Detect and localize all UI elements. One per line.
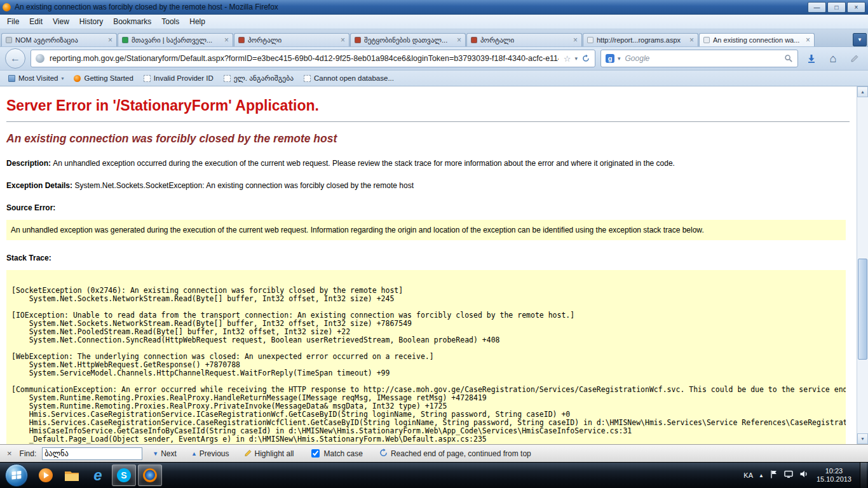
taskbar-skype[interactable]: S — [112, 464, 136, 486]
tab-bar: NOM ავტორიზაცია × მთავარი | საქართველ...… — [0, 29, 868, 46]
taskbar-internet-explorer[interactable]: e — [86, 464, 110, 486]
start-button[interactable] — [5, 464, 28, 487]
tab-mtavari[interactable]: მთავარი | საქართველ... × — [118, 33, 233, 46]
menu-bookmarks[interactable]: Bookmarks — [109, 16, 156, 27]
home-icon[interactable]: ⌂ — [825, 50, 841, 67]
taskbar-firefox[interactable] — [138, 464, 162, 486]
bookmark-cannot-open-database[interactable]: Cannot open database... — [299, 73, 398, 83]
media-player-icon — [39, 468, 53, 482]
firefox-taskbar-icon — [143, 468, 157, 482]
desktop-screen: An existing connection was forcibly clos… — [0, 0, 868, 488]
source-error-label: Source Error: — [6, 203, 55, 212]
url-bar[interactable]: ☆ ▾ — [31, 50, 595, 67]
stack-trace-box: [SocketException (0x2746): An existing c… — [6, 270, 846, 444]
menu-view[interactable]: View — [48, 16, 74, 27]
tab-close-icon[interactable]: × — [573, 37, 578, 43]
clock-time: 10:23 — [825, 467, 843, 475]
page-icon — [144, 75, 151, 82]
site-globe-icon — [36, 54, 44, 63]
tab-error-page-active[interactable]: An existing connection wa... × — [699, 33, 815, 46]
tab-close-icon[interactable]: × — [689, 37, 694, 43]
search-input[interactable] — [624, 53, 781, 64]
exception-details-label: Exception Details: — [6, 181, 72, 190]
google-engine-icon[interactable]: g — [606, 54, 614, 63]
tab-close-icon[interactable]: × — [806, 37, 810, 43]
tab-close-icon[interactable]: × — [108, 37, 112, 43]
bookmark-invalid-provider-id[interactable]: Invalid Provider ID — [139, 73, 218, 83]
downloads-icon[interactable] — [803, 50, 820, 67]
maximize-button[interactable]: □ — [827, 2, 846, 13]
tray-expand-icon[interactable]: ▲ — [759, 473, 764, 478]
scroll-up-icon[interactable]: ▴ — [857, 86, 868, 97]
vertical-scrollbar[interactable]: ▴ ▾ — [857, 86, 868, 444]
highlight-all-label: Highlight all — [255, 449, 294, 458]
system-tray: KA ▲ 10:23 15.10.2013 — [743, 467, 854, 484]
search-box[interactable]: g ▾ — [600, 50, 798, 67]
search-engine-dropdown-icon[interactable]: ▾ — [618, 55, 621, 62]
highlight-all-button[interactable]: Highlight all — [240, 447, 299, 460]
tab-close-icon[interactable]: × — [341, 37, 345, 43]
tab-favicon — [471, 37, 477, 43]
taskbar-explorer[interactable] — [60, 464, 84, 486]
tab-favicon — [238, 37, 245, 43]
addon-toolbar-icon[interactable] — [846, 50, 863, 67]
page-icon — [304, 75, 311, 82]
tab-favicon — [355, 37, 361, 43]
show-desktop-button[interactable] — [860, 463, 867, 488]
windows-flag-icon — [11, 471, 22, 480]
highlighter-icon — [244, 449, 252, 459]
bookmark-most-visited[interactable]: Most Visited ▾ — [4, 73, 68, 83]
menu-tools[interactable]: Tools — [157, 16, 184, 27]
taskbar-clock[interactable]: 10:23 15.10.2013 — [817, 467, 851, 484]
tab-shetyobinebis[interactable]: შეტყობინების დათვალ... × — [350, 33, 466, 46]
bookmark-label: Getting Started — [84, 74, 133, 82]
match-case-checkbox[interactable] — [311, 449, 320, 458]
close-button[interactable]: × — [847, 2, 865, 13]
menu-help[interactable]: Help — [185, 16, 210, 27]
tab-portali-1[interactable]: პორტალი × — [234, 33, 349, 46]
find-status-text: Reached end of page, continued from top — [391, 449, 531, 458]
tab-label: პორტალი — [248, 36, 337, 44]
bookmark-label: Cannot open database... — [314, 74, 394, 82]
url-dropdown-icon[interactable]: ▾ — [574, 55, 578, 62]
scrollbar-thumb[interactable] — [858, 259, 867, 360]
scroll-down-icon[interactable]: ▾ — [857, 433, 868, 444]
scrollbar-track[interactable] — [857, 97, 868, 433]
bookmark-label: ელ. ანგარიშგება — [234, 74, 294, 83]
tab-close-icon[interactable]: × — [224, 37, 229, 43]
menu-edit[interactable]: Edit — [25, 16, 47, 27]
url-input[interactable] — [48, 53, 560, 64]
taskbar-media-player[interactable] — [34, 464, 58, 486]
folder-explorer-icon — [64, 469, 79, 482]
match-case-toggle[interactable]: Match case — [304, 446, 367, 461]
back-arrow-icon: ← — [10, 53, 20, 64]
minimize-button[interactable]: — — [808, 2, 826, 13]
find-next-button[interactable]: ▼ Next — [148, 448, 181, 459]
list-all-tabs-icon[interactable]: ▼ — [853, 33, 867, 46]
tab-nom-authorization[interactable]: NOM ავტორიზაცია × — [1, 33, 117, 46]
menu-file[interactable]: File — [3, 16, 24, 27]
aspnet-error-page: Server Error in '/StationaryForm' Applic… — [0, 86, 857, 444]
volume-icon[interactable] — [799, 470, 808, 481]
back-button[interactable]: ← — [5, 48, 25, 69]
bookmark-getting-started[interactable]: Getting Started — [69, 73, 137, 83]
action-center-flag-icon[interactable] — [770, 470, 778, 481]
tab-portali-2[interactable]: პორტალი × — [466, 33, 582, 46]
menu-history[interactable]: History — [75, 16, 107, 27]
network-icon[interactable] — [784, 470, 794, 481]
find-previous-button[interactable]: ▲ Previous — [187, 448, 234, 459]
bookmark-el-angarishgeba[interactable]: ელ. ანგარიშგება — [219, 72, 298, 84]
bookmark-star-icon[interactable]: ☆ — [564, 54, 571, 64]
find-close-icon[interactable]: × — [5, 449, 14, 458]
find-next-label: Next — [161, 449, 177, 458]
search-magnifier-icon[interactable] — [784, 54, 793, 63]
tab-close-icon[interactable]: × — [457, 37, 461, 43]
stack-trace-row: Stack Trace: — [6, 254, 850, 262]
tab-report-url[interactable]: http://report...rograms.aspx × — [583, 33, 698, 46]
chevron-down-icon: ▾ — [61, 76, 64, 81]
divider — [6, 121, 850, 122]
match-case-label: Match case — [324, 449, 363, 458]
language-indicator[interactable]: KA — [743, 471, 753, 479]
reload-icon[interactable] — [581, 54, 590, 63]
find-input[interactable] — [42, 447, 142, 460]
